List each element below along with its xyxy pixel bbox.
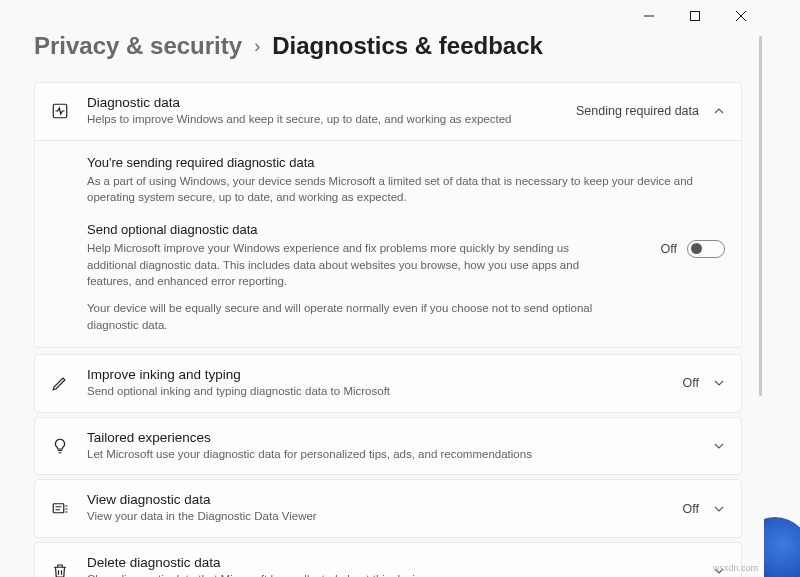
card-inking-typing[interactable]: Improve inking and typing Send optional … xyxy=(34,354,742,413)
card-title: Diagnostic data xyxy=(87,95,560,110)
status-text: Off xyxy=(683,502,699,516)
section-title: Send optional diagnostic data xyxy=(87,222,645,237)
chevron-up-icon xyxy=(713,105,725,117)
lightbulb-icon xyxy=(49,435,71,457)
minimize-button[interactable] xyxy=(626,0,672,32)
page-content: Privacy & security › Diagnostics & feedb… xyxy=(0,0,764,577)
page-title: Diagnostics & feedback xyxy=(272,32,543,60)
close-button[interactable] xyxy=(718,0,764,32)
section-body: Help Microsoft improve your Windows expe… xyxy=(87,240,607,290)
card-subtitle: Let Microsoft use your diagnostic data f… xyxy=(87,447,697,463)
card-delete-diagnostic-data[interactable]: Delete diagnostic data Clear diagnostic … xyxy=(34,542,742,577)
card-diagnostic-data[interactable]: Diagnostic data Helps to improve Windows… xyxy=(34,82,742,141)
breadcrumb: Privacy & security › Diagnostics & feedb… xyxy=(34,32,742,60)
window-titlebar xyxy=(626,0,764,32)
close-icon xyxy=(736,11,746,21)
status-text: Sending required data xyxy=(576,104,699,118)
data-viewer-icon xyxy=(49,498,71,520)
card-tailored-experiences[interactable]: Tailored experiences Let Microsoft use y… xyxy=(34,417,742,476)
section-title: You're sending required diagnostic data xyxy=(87,155,725,170)
card-subtitle: Clear diagnostic data that Microsoft has… xyxy=(87,572,697,577)
card-subtitle: View your data in the Diagnostic Data Vi… xyxy=(87,509,667,525)
card-subtitle: Send optional inking and typing diagnost… xyxy=(87,384,667,400)
toggle-switch[interactable] xyxy=(687,240,725,258)
card-subtitle: Helps to improve Windows and keep it sec… xyxy=(87,112,560,128)
maximize-icon xyxy=(690,11,700,21)
trash-icon xyxy=(49,560,71,577)
pen-icon xyxy=(49,372,71,394)
minimize-icon xyxy=(644,11,654,21)
breadcrumb-parent[interactable]: Privacy & security xyxy=(34,32,242,60)
svg-rect-5 xyxy=(53,503,64,512)
toggle-label: Off xyxy=(661,242,677,256)
optional-data-section: Send optional diagnostic data Help Micro… xyxy=(87,222,725,333)
chevron-down-icon xyxy=(713,377,725,389)
watermark: wsxdn.com xyxy=(713,563,758,573)
required-data-section: You're sending required diagnostic data … xyxy=(87,155,725,206)
settings-window: Privacy & security › Diagnostics & feedb… xyxy=(0,0,764,577)
heartbeat-icon xyxy=(49,100,71,122)
svg-rect-1 xyxy=(691,12,700,21)
chevron-down-icon xyxy=(713,440,725,452)
card-title: View diagnostic data xyxy=(87,492,667,507)
diagnostic-data-panel: You're sending required diagnostic data … xyxy=(34,141,742,349)
card-title: Improve inking and typing xyxy=(87,367,667,382)
section-body-2: Your device will be equally secure and w… xyxy=(87,300,607,333)
card-title: Delete diagnostic data xyxy=(87,555,697,570)
chevron-down-icon xyxy=(713,503,725,515)
card-title: Tailored experiences xyxy=(87,430,697,445)
status-text: Off xyxy=(683,376,699,390)
card-view-diagnostic-data[interactable]: View diagnostic data View your data in t… xyxy=(34,479,742,538)
optional-data-toggle[interactable]: Off xyxy=(661,240,725,258)
maximize-button[interactable] xyxy=(672,0,718,32)
section-body: As a part of using Windows, your device … xyxy=(87,173,725,206)
chevron-right-icon: › xyxy=(254,36,260,57)
scrollbar[interactable] xyxy=(759,36,762,396)
